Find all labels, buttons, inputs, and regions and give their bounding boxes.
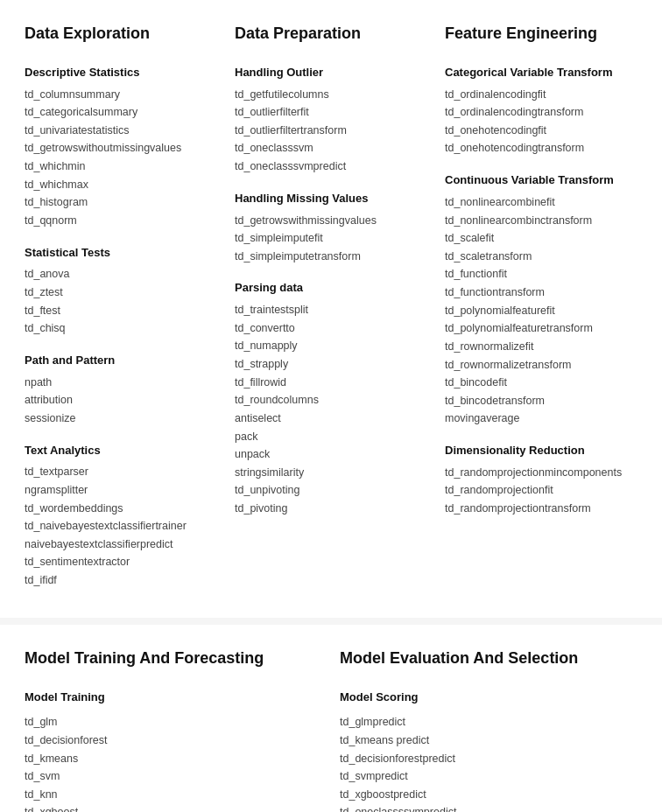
item-td_numapply: td_numapply [235,337,427,355]
item-td_ordinalencodingtransform: td_ordinalencodingtransform [445,103,637,122]
item-movingaverage: movingaverage [445,410,637,428]
item-attribution: attribution [25,391,217,410]
item-td_ftest: td_ftest [25,302,217,320]
item-sessionize: sessionize [25,410,217,428]
item-td_ztest: td_ztest [25,284,217,302]
item-td_categoricalsummary: td_categoricalsummary [25,103,217,122]
item-npath: npath [25,374,217,392]
item-td_bincodefit: td_bincodefit [445,374,637,392]
item-td_qqnorm: td_qqnorm [25,212,217,230]
item-td_sentimentextractor: td_sentimentextractor [25,553,217,571]
item-td_nonlinearcombinefit: td_nonlinearcombinefit [445,193,637,212]
item-td_onehotencodingfit: td_onehotencodingfit [445,122,637,140]
item-td_pivoting: td_pivoting [235,500,427,518]
item-td_fillrowid: td_fillrowid [235,374,427,392]
item-td_chisq: td_chisq [25,319,217,338]
item-td_convertto: td_convertto [235,319,427,338]
text-analytics-heading: Text Analytics [25,442,217,460]
col-model-evaluation: Model Evaluation And Selection Model Sco… [340,646,637,812]
item-naivebayestextclassifierpredict: naivebayestextclassifierpredict [25,536,217,554]
bottom-section: Model Training And Forecasting Model Tra… [0,625,662,812]
item-td_svmpredict: td_svmpredict [340,767,637,786]
item-td_getrowswithoutmissingvalues: td_getrowswithoutmissingvalues [25,139,217,158]
item-td_randomprojectionfit: td_randomprojectionfit [445,481,637,500]
path-pattern-heading: Path and Pattern [25,352,217,370]
col-model-training: Model Training And Forecasting Model Tra… [25,646,340,812]
item-ngramsplitter: ngramsplitter [25,481,217,500]
parsing-data-heading: Parsing data [235,279,427,298]
item-td_decisionforestpredict: td_decisionforestpredict [340,750,637,768]
item-td_getfutilecolumns: td_getfutilecolumns [235,86,427,104]
item-td_anova: td_anova [25,265,217,284]
item-td_randomprojectionmincomponents: td_randomprojectionmincomponents [445,464,637,482]
item-td_roundcolumns: td_roundcolumns [235,391,427,410]
top-section: Data Exploration Descriptive Statistics … [0,0,662,611]
item-td_functionfit: td_functionfit [445,265,637,284]
item-td_xgboostpredict: td_xgboostpredict [340,786,637,804]
statistical-tests-heading: Statistical Tests [25,244,217,262]
item-td_xgboost: td_xgboost [25,803,322,812]
item-td_oneclassssvmpredict: td_oneclassssvmpredict [340,803,637,812]
dimensionality-reduction-heading: Dimensionality Reduction [445,442,637,460]
item-td_whichmin: td_whichmin [25,158,217,176]
item-td_strapply: td_strapply [235,355,427,374]
item-td_bincodetransform: td_bincodetransform [445,392,637,410]
item-td_polynomialfeaturefit: td_polynomialfeaturefit [445,302,637,320]
model-scoring-heading: Model Scoring [340,689,637,707]
model-training-forecasting-title: Model Training And Forecasting [25,646,322,671]
item-td_rownormalizetransform: td_rownormalizetransform [445,356,637,374]
model-evaluation-selection-title: Model Evaluation And Selection [340,646,637,671]
item-td_ifidf: td_ifidf [25,571,217,590]
item-td_knn: td_knn [25,786,322,804]
item-td_polynomialfeaturetransform: td_polynomialfeaturetransform [445,319,637,338]
item-td_onehotencodingtransform: td_onehotencodingtransform [445,139,637,158]
item-td_oneclasssvm: td_oneclasssvm [235,139,427,158]
item-td_univariatestatistics: td_univariatestatistics [25,122,217,140]
item-pack: pack [235,428,427,446]
item-td_svm: td_svm [25,767,322,786]
item-td_randomprojectiontransform: td_randomprojectiontransform [445,500,637,518]
col-feature-engineering: Feature Engineering Categorical Variable… [445,21,637,590]
item-antiselect: antiselect [235,410,427,428]
handling-outlier-heading: Handling Outlier [235,64,427,82]
bottom-columns: Model Training And Forecasting Model Tra… [25,646,637,812]
item-unpack: unpack [235,445,427,464]
item-td_simpleimputefit: td_simpleimputefit [235,229,427,248]
item-td_textparser: td_textparser [25,463,217,481]
page: Data Exploration Descriptive Statistics … [0,0,662,812]
item-td_rownormalizefit: td_rownormalizefit [445,338,637,356]
item-td_traintestsplit: td_traintestsplit [235,301,427,319]
item-td_getrowswithmissingvalues: td_getrowswithmissingvalues [235,212,427,230]
col-data-preparation: Data Preparation Handling Outlier td_get… [235,21,445,590]
handling-missing-heading: Handling Missing Values [235,190,427,208]
item-td_whichmax: td_whichmax [25,176,217,194]
item-td_scalefit: td_scalefit [445,229,637,248]
top-columns: Data Exploration Descriptive Statistics … [25,21,637,590]
item-td_oneclasssvmpredict: td_oneclasssvmpredict [235,158,427,176]
model-training-heading: Model Training [25,689,322,707]
item-td_columnsummary: td_columnsummary [25,86,217,104]
data-preparation-title: Data Preparation [235,21,427,46]
item-td_kmeans: td_kmeans [25,750,322,768]
item-td_nonlinearcombinctransform: td_nonlinearcombinctransform [445,212,637,230]
item-td_ordinalencodingfit: td_ordinalencodingfit [445,86,637,104]
item-td_naivebayestextclassifiertrainer: td_naivebayestextclassifiertrainer [25,517,217,536]
item-td_outlierfiltertransform: td_outlierfiltertransform [235,122,427,140]
continuous-var-heading: Continuous Variable Transform [445,172,637,190]
descriptive-stats-heading: Descriptive Statistics [25,64,217,82]
item-td_scaletransform: td_scaletransform [445,248,637,266]
item-td_kmeans-predict: td_kmeans predict [340,732,637,750]
item-td_glmpredict: td_glmpredict [340,713,637,732]
section-divider [0,618,662,625]
item-td_functiontransform: td_functiontransform [445,284,637,302]
item-td_wordembeddings: td_wordembeddings [25,500,217,518]
item-td_simpleimputetransform: td_simpleimputetransform [235,248,427,266]
col-data-exploration: Data Exploration Descriptive Statistics … [25,21,235,590]
item-td_outlierfilterfit: td_outlierfilterfit [235,103,427,122]
feature-engineering-title: Feature Engineering [445,21,637,46]
item-td_glm: td_glm [25,713,322,732]
item-td_unpivoting: td_unpivoting [235,481,427,500]
item-td_decisionforest: td_decisionforest [25,732,322,750]
item-td_histogram: td_histogram [25,193,217,212]
categorical-var-heading: Categorical Variable Transform [445,64,637,82]
